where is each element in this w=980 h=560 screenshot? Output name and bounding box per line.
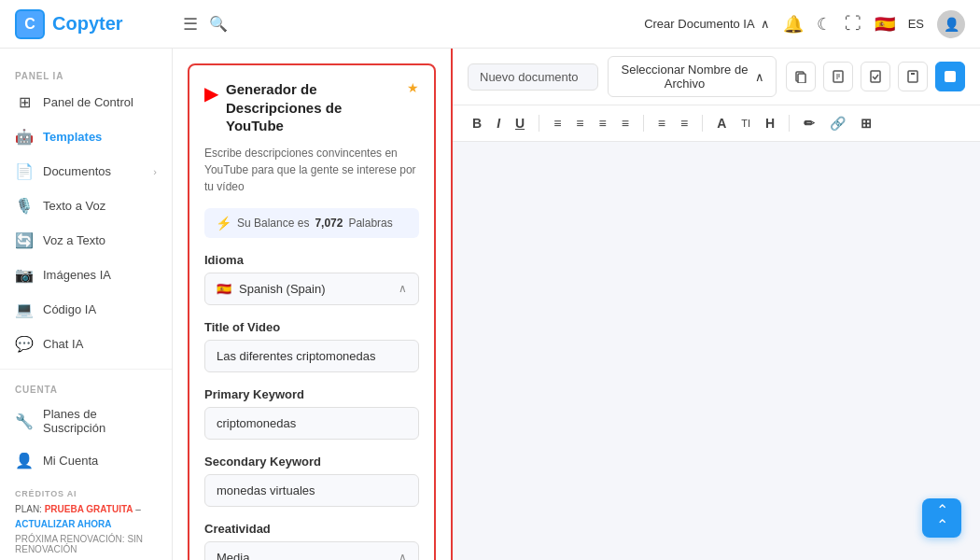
active-doc-icon (944, 70, 957, 83)
sidebar-label-panel: Panel de Control (43, 95, 157, 109)
sidebar-label-codigo: Código IA (43, 302, 157, 316)
plan-upgrade-link[interactable]: ACTUALIZAR AHORA (15, 519, 112, 529)
sidebar-divider (0, 369, 172, 370)
editor-format-bar: B I U ≡ ≡ ≡ ≡ ≡ ≡ A TI H ✏ 🔗 ⊞ (453, 105, 980, 142)
format-link[interactable]: 🔗 (825, 113, 850, 133)
format-font-size[interactable]: TI (736, 115, 755, 132)
format-heading[interactable]: H (761, 113, 779, 133)
format-pen[interactable]: ✏ (799, 113, 819, 133)
sidebar-item-imagenes[interactable]: 📷 Imágenes IA (0, 258, 172, 292)
editor-panel: Nuevo documento Seleccionar Nombre de Ar… (453, 49, 980, 560)
sidebar-label-chat: Chat IA (43, 337, 157, 351)
toolbar-icons (786, 62, 965, 91)
sidebar-item-voz-a-texto[interactable]: 🔄 Voz a Texto (0, 223, 172, 258)
tool-header: ▶ Generador de Descripciones de YouTube … (204, 80, 419, 135)
export-icon (832, 70, 845, 83)
hamburger-icon[interactable]: ☰ (183, 14, 198, 35)
sidebar-label-documentos: Documentos (43, 164, 144, 178)
format-font-color[interactable]: A (712, 113, 731, 133)
sidebar-item-planes[interactable]: 🔧 Planes de Suscripción (0, 399, 172, 443)
format-list-ordered[interactable]: ≡ (653, 113, 670, 133)
chevron-up-icon: ∧ (761, 17, 770, 31)
format-align-justify[interactable]: ≡ (617, 113, 634, 133)
sidebar-item-mi-cuenta[interactable]: 👤 Mi Cuenta (0, 443, 172, 478)
format-align-left[interactable]: ≡ (549, 113, 566, 133)
star-icon: ★ (407, 80, 419, 95)
lightning-icon: ⚡ (216, 216, 231, 231)
balance-suffix: Palabras (348, 217, 392, 230)
format-bold[interactable]: B (468, 113, 486, 133)
panel-ia-label: PANEL IA (0, 63, 172, 85)
sidebar-label-cuenta: Mi Cuenta (43, 454, 157, 468)
format-table[interactable]: ⊞ (856, 113, 876, 133)
tool-title: Generador de Descripciones de YouTube (226, 80, 399, 135)
creatividad-label: Creatividad (204, 522, 419, 536)
logo: C Copyter (15, 9, 164, 39)
title-label: Title of Video (204, 320, 419, 334)
chevron-up-icon2: ∧ (399, 551, 407, 560)
format-align-right[interactable]: ≡ (594, 113, 610, 133)
header: C Copyter ☰ 🔍 Crear Documento IA ∧ 🔔 ☾ ⛶… (0, 0, 980, 49)
format-align-center[interactable]: ≡ (571, 113, 588, 133)
share-icon (906, 70, 919, 83)
create-doc-button[interactable]: Crear Documento IA ∧ (644, 17, 770, 31)
toolbar-doc4-button[interactable] (898, 62, 928, 91)
sidebar-item-chat-ia[interactable]: 💬 Chat IA (0, 327, 172, 361)
sidebar-label-planes: Planes de Suscripción (43, 407, 157, 435)
fab-button[interactable]: ⌃⌃ (922, 498, 961, 538)
settings-icon: 🔧 (15, 413, 34, 430)
moon-icon[interactable]: ☾ (817, 14, 832, 35)
chevron-up-icon: ∧ (399, 282, 407, 295)
creatividad-select[interactable]: Media ∧ (204, 541, 419, 561)
main-layout: PANEL IA ⊞ Panel de Control 🤖 Templates … (0, 49, 980, 560)
credits-label: CRÉDITOS AI (15, 489, 157, 498)
select-name-label: Seleccionar Nombre de Archivo (620, 63, 749, 91)
separator-2 (643, 115, 644, 132)
sidebar-item-codigo-ia[interactable]: 💻 Código IA (0, 292, 172, 327)
title-input[interactable] (204, 340, 419, 372)
arrow-icon: › (153, 166, 157, 177)
header-center: ☰ 🔍 (183, 14, 228, 35)
primary-keyword-input[interactable] (204, 407, 419, 440)
convert-icon: 🔄 (15, 231, 34, 249)
camera-icon: 📷 (15, 266, 34, 284)
sidebar-credits: CRÉDITOS AI PLAN: PRUEBA GRATUITA – ACTU… (0, 478, 172, 560)
balance-prefix: Su Balance es (237, 217, 309, 230)
flag-icon[interactable]: 🇪🇸 (875, 14, 895, 35)
plan-text: PLAN: PRUEBA GRATUITA – ACTUALIZAR AHORA (15, 502, 157, 532)
sidebar-label-texto-voz: Texto a Voz (43, 199, 157, 213)
toolbar-doc-active-button[interactable] (935, 62, 965, 91)
next-renewal: PRÓXIMA RENOVACIÓN: SIN RENOVACIÓN (15, 534, 157, 554)
language-select[interactable]: 🇪🇸 Spanish (Spain) ∧ (204, 273, 419, 305)
fab-icon: ⌃⌃ (936, 503, 948, 533)
fullscreen-icon[interactable]: ⛶ (845, 14, 861, 34)
creatividad-value: Media (217, 551, 391, 561)
sidebar-item-texto-a-voz[interactable]: 🎙️ Texto a Voz (0, 189, 172, 223)
separator-3 (702, 115, 703, 132)
toolbar-doc3-button[interactable] (861, 62, 890, 91)
select-name-button[interactable]: Seleccionar Nombre de Archivo ∧ (608, 56, 777, 97)
format-underline[interactable]: U (511, 113, 529, 133)
plan-free-link[interactable]: PRUEBA GRATUITA (45, 504, 133, 514)
user-icon: 👤 (15, 452, 34, 469)
editor-content[interactable] (453, 142, 980, 560)
sidebar-item-templates[interactable]: 🤖 Templates (0, 119, 172, 154)
lang-text: ES (908, 17, 924, 31)
sidebar-item-panel-de-control[interactable]: ⊞ Panel de Control (0, 85, 172, 119)
tool-panel-inner: ▶ Generador de Descripciones de YouTube … (188, 63, 436, 560)
sidebar-item-documentos[interactable]: 📄 Documentos › (0, 154, 172, 189)
format-italic[interactable]: I (492, 113, 505, 133)
format-list-unordered[interactable]: ≡ (676, 113, 693, 133)
toolbar-doc2-button[interactable] (823, 62, 853, 91)
avatar[interactable]: 👤 (937, 10, 965, 38)
separator-1 (539, 115, 539, 132)
primary-keyword-field: Primary Keyword (204, 387, 419, 440)
create-doc-label: Crear Documento IA (644, 17, 755, 31)
mic-icon: 🎙️ (15, 197, 34, 215)
secondary-keyword-input[interactable] (204, 474, 419, 507)
doc-name-field[interactable]: Nuevo documento (468, 63, 598, 91)
bell-icon[interactable]: 🔔 (783, 14, 804, 35)
search-icon[interactable]: 🔍 (209, 15, 228, 33)
toolbar-doc1-button[interactable] (786, 62, 816, 91)
balance-amount: 7,072 (315, 217, 343, 230)
